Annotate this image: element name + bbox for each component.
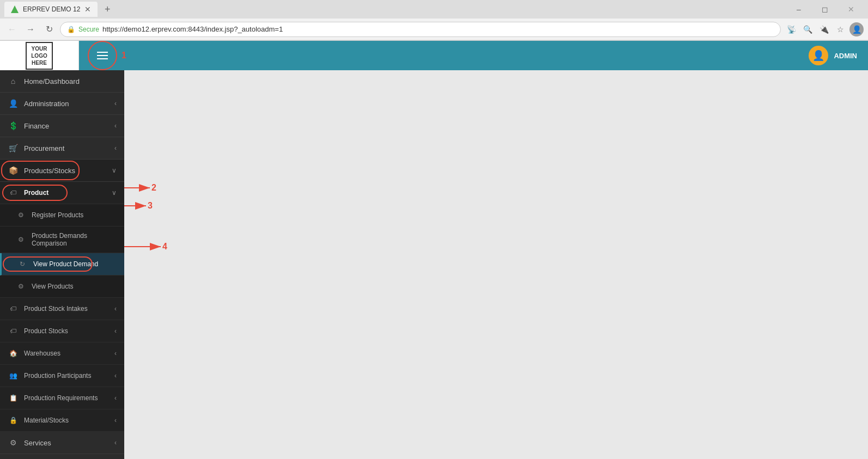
sidebar-item-warehouses-label: Warehouses: [24, 350, 114, 357]
sidebar-item-products-stocks[interactable]: 📦 Products/Stocks ∨: [0, 160, 124, 182]
sidebar-item-production-requirements-label: Production Requirements: [24, 394, 114, 402]
cast-icon[interactable]: 📡: [784, 22, 798, 36]
sidebar-item-finance[interactable]: 💲 Finance ‹: [0, 115, 124, 137]
sidebar-item-production-participants-label: Production Participants: [24, 372, 114, 380]
sidebar-item-products-demands-comparison-label: Products Demands Comparison: [32, 232, 117, 247]
warehouses-icon: 🏠: [8, 348, 19, 359]
production-requirements-arrow: ‹: [114, 394, 117, 402]
app-header: YOUR LOGO HERE 1 👤 ADMIN: [0, 41, 868, 70]
browser-toolbar-right: 📡 🔍 🔌 ☆ 👤: [784, 22, 864, 36]
window-controls: – ◻ ✕: [786, 0, 864, 19]
sidebar-item-warehouses[interactable]: 🏠 Warehouses ‹: [0, 342, 124, 365]
sidebar-item-administration-label: Administration: [24, 100, 114, 108]
sidebar-item-product-stocks-label: Product Stocks: [24, 327, 114, 335]
sidebar-item-services[interactable]: ⚙ Services ‹: [0, 432, 124, 454]
sidebar-item-finance-label: Finance: [24, 122, 114, 130]
production-participants-arrow: ‹: [114, 372, 117, 380]
sidebar-item-sales[interactable]: 🛒 Sales ‹: [0, 454, 124, 459]
zoom-icon[interactable]: 🔍: [800, 22, 815, 36]
address-bar[interactable]: 🔒 Secure https://demo12.erprev.com:8443/…: [60, 22, 781, 37]
products-stocks-arrow: ∨: [112, 167, 117, 174]
app-container: YOUR LOGO HERE 1 👤 ADMIN ⌂ Home/Dashboar…: [0, 41, 868, 459]
admin-label: ADMIN: [834, 52, 857, 60]
sidebar-item-products-stocks-label: Products/Stocks: [24, 167, 112, 175]
browser-chrome: ERPREV DEMO 12 ✕ + – ◻ ✕ ← → ↻ 🔒 Secure …: [0, 0, 868, 41]
procurement-icon: 🛒: [8, 143, 19, 154]
product-stocks-icon: 🏷: [8, 326, 19, 336]
product-stock-intakes-arrow: ‹: [114, 305, 117, 313]
products-stocks-icon: 📦: [8, 165, 19, 176]
sidebar-item-procurement-label: Procurement: [24, 144, 114, 152]
product-arrow: ∨: [112, 189, 117, 197]
tab-close-button[interactable]: ✕: [84, 5, 91, 14]
production-participants-icon: 👥: [8, 370, 19, 381]
reload-button[interactable]: ↻: [41, 22, 57, 37]
admin-avatar: 👤: [809, 46, 828, 65]
sidebar-item-production-requirements[interactable]: 📋 Production Requirements ‹: [0, 387, 124, 409]
header-right: 👤 ADMIN: [809, 46, 868, 65]
sidebar-item-view-products-label: View Products: [32, 283, 117, 290]
view-product-demand-icon: ↻: [17, 259, 28, 270]
extension-icon[interactable]: 🔌: [817, 22, 831, 36]
content-area: [124, 70, 868, 459]
minimize-button[interactable]: –: [786, 0, 811, 19]
profile-icon[interactable]: 👤: [849, 22, 864, 36]
administration-arrow: ‹: [114, 100, 117, 107]
sidebar-item-product-label: Product: [24, 189, 112, 197]
sidebar-item-view-product-demand-label: View Product Demand: [33, 260, 117, 268]
sidebar-item-view-products[interactable]: ⚙ View Products: [0, 276, 124, 298]
sidebar-item-view-product-demand[interactable]: ↻ View Product Demand: [0, 253, 124, 276]
sidebar-item-administration[interactable]: 👤 Administration ‹: [0, 93, 124, 115]
product-stocks-arrow: ‹: [114, 327, 117, 335]
secure-icon: 🔒: [67, 26, 75, 33]
sidebar-item-register-products-label: Register Products: [32, 211, 117, 219]
sidebar-item-products-demands-comparison[interactable]: ⚙ Products Demands Comparison: [0, 227, 124, 253]
finance-arrow: ‹: [114, 122, 117, 130]
sidebar-item-material-stocks-label: Material/Stocks: [24, 417, 114, 424]
browser-tab-bar: ERPREV DEMO 12 ✕ + – ◻ ✕: [0, 0, 868, 19]
sidebar-item-home[interactable]: ⌂ Home/Dashboard: [0, 70, 124, 93]
sidebar-item-product-stock-intakes[interactable]: 🏷 Product Stock Intakes ‹: [0, 298, 124, 320]
sidebar-item-product-stock-intakes-label: Product Stock Intakes: [24, 305, 114, 313]
logo-box: YOUR LOGO HERE: [26, 42, 52, 70]
restore-button[interactable]: ◻: [812, 0, 837, 19]
bookmark-icon[interactable]: ☆: [833, 22, 847, 36]
back-button[interactable]: ←: [4, 22, 20, 37]
address-text: https://demo12.erprev.com:8443/index.jsp…: [102, 25, 774, 33]
new-tab-button[interactable]: +: [100, 2, 115, 17]
services-arrow: ‹: [114, 439, 117, 446]
warehouses-arrow: ‹: [114, 350, 117, 357]
services-icon: ⚙: [8, 437, 19, 448]
hamburger-icon: [97, 52, 108, 59]
sidebar-item-services-label: Services: [24, 439, 114, 447]
view-products-icon: ⚙: [15, 281, 26, 292]
finance-icon: 💲: [8, 120, 19, 131]
sidebar-item-product-stocks[interactable]: 🏷 Product Stocks ‹: [0, 320, 124, 342]
home-icon: ⌂: [8, 76, 19, 87]
browser-toolbar: ← → ↻ 🔒 Secure https://demo12.erprev.com…: [0, 19, 868, 40]
sidebar: ⌂ Home/Dashboard 👤 Administration ‹ 💲 Fi…: [0, 70, 124, 459]
register-products-icon: ⚙: [15, 210, 26, 221]
secure-label: Secure: [78, 26, 99, 33]
sidebar-item-production-participants[interactable]: 👥 Production Participants ‹: [0, 365, 124, 387]
close-button[interactable]: ✕: [839, 0, 864, 19]
material-stocks-arrow: ‹: [114, 417, 117, 424]
tab-favicon: [11, 5, 19, 13]
forward-button[interactable]: →: [23, 22, 38, 37]
procurement-arrow: ‹: [114, 144, 117, 152]
browser-tab[interactable]: ERPREV DEMO 12 ✕: [4, 2, 98, 17]
material-stocks-icon: 🔒: [8, 415, 19, 426]
main-content: ⌂ Home/Dashboard 👤 Administration ‹ 💲 Fi…: [0, 70, 868, 459]
sidebar-item-material-stocks[interactable]: 🔒 Material/Stocks ‹: [0, 409, 124, 432]
products-stocks-submenu: 🏷 Product ∨ ⚙ Register Products ⚙ Produc…: [0, 182, 124, 432]
sidebar-item-register-products[interactable]: ⚙ Register Products: [0, 204, 124, 227]
tab-title: ERPREV DEMO 12: [23, 5, 80, 13]
production-requirements-icon: 📋: [8, 393, 19, 403]
sidebar-item-procurement[interactable]: 🛒 Procurement ‹: [0, 137, 124, 160]
product-stock-intakes-icon: 🏷: [8, 303, 19, 314]
hamburger-button[interactable]: [88, 41, 117, 70]
product-icon: 🏷: [8, 187, 19, 198]
sidebar-item-home-label: Home/Dashboard: [24, 77, 117, 85]
sidebar-item-product[interactable]: 🏷 Product ∨: [0, 182, 124, 204]
administration-icon: 👤: [8, 98, 19, 109]
